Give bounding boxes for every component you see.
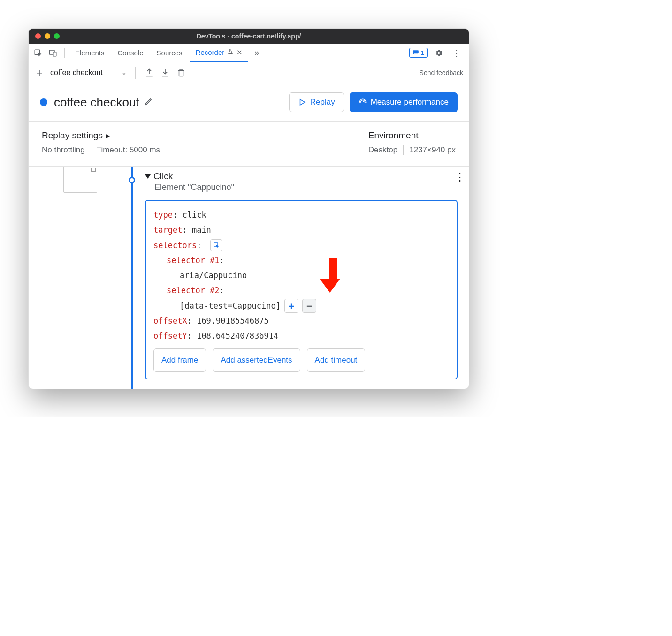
throttling-label: No throttling [42,145,85,155]
step-thumbnail[interactable] [63,167,97,193]
device-toggle-icon[interactable] [46,46,60,60]
step-title: Click [153,171,173,182]
minimize-window-button[interactable] [45,33,50,39]
gear-icon[interactable] [432,46,445,60]
replay-settings-title[interactable]: Replay settings ▶ [42,130,160,141]
maximize-window-button[interactable] [54,33,60,39]
measure-performance-button[interactable]: Measure performance [350,92,458,112]
separator [64,48,65,58]
add-frame-button[interactable]: Add frame [153,348,206,372]
thumbnail-column [29,167,122,389]
add-selector-button[interactable]: + [284,299,298,313]
add-asserted-events-button[interactable]: Add assertedEvents [213,348,300,372]
tab-recorder[interactable]: Recorder ✕ [190,44,249,62]
step-detail: ⋮ Click Element "Cappucino" type: click … [141,167,469,389]
edit-icon[interactable] [144,97,153,108]
environment-title: Environment [368,130,456,141]
inspect-icon[interactable] [31,46,45,60]
recorder-toolbar: ＋ coffee checkout ⌄ Send feedback [29,62,469,83]
step-more-icon[interactable]: ⋮ [455,171,465,183]
new-recording-icon[interactable]: ＋ [34,68,45,78]
selector-1-value[interactable]: aria/Cappucino [180,268,247,283]
replay-button[interactable]: Replay [289,92,344,112]
device-label: Desktop [368,145,397,155]
settings-section: Replay settings ▶ No throttling Timeout:… [29,122,469,167]
devtools-window: DevTools - coffee-cart.netlify.app/ Elem… [28,28,469,389]
tab-sources[interactable]: Sources [151,44,188,62]
chevron-down-icon: ⌄ [122,69,127,76]
remove-selector-button[interactable]: − [302,299,316,313]
close-window-button[interactable] [35,33,41,39]
thumbnail-preview-icon [91,168,96,172]
tab-elements[interactable]: Elements [69,44,110,62]
environment-settings: Environment Desktop 1237×940 px [368,130,456,155]
flask-icon [227,48,234,56]
recording-selector[interactable]: coffee checkout ⌄ [50,68,127,77]
caret-down-icon [145,174,151,179]
send-feedback-link[interactable]: Send feedback [420,69,463,76]
add-timeout-button[interactable]: Add timeout [307,348,366,372]
delete-icon[interactable] [176,68,186,78]
caret-right-icon: ▶ [106,132,110,139]
svg-marker-3 [300,99,305,105]
separator [135,67,136,79]
timeline-node-icon [129,177,135,183]
timeline [122,167,141,389]
selector-2-value[interactable]: [data-test=Cappucino] [180,298,281,313]
timeout-label: Timeout: 5000 ms [97,145,160,155]
toolbar-right: 1 ⋮ [409,46,466,60]
close-tab-icon[interactable]: ✕ [237,48,243,57]
recording-indicator-icon [40,98,47,106]
recording-title: coffee checkout [54,95,139,110]
panel-tabs: Elements Console Sources Recorder ✕ » 1 … [29,44,469,62]
more-vert-icon[interactable]: ⋮ [450,46,463,60]
titlebar: DevTools - coffee-cart.netlify.app/ [29,29,469,44]
window-controls [29,33,60,39]
steps-area: ⋮ Click Element "Cappucino" type: click … [29,167,469,389]
viewport-label: 1237×940 px [409,145,456,155]
replay-settings: Replay settings ▶ No throttling Timeout:… [42,130,160,155]
step-subtitle: Element "Cappucino" [154,182,458,192]
more-tabs-icon[interactable]: » [250,46,263,60]
annotation-arrow-icon [326,258,340,293]
export-icon[interactable] [144,68,154,78]
tab-console[interactable]: Console [112,44,149,62]
window-title: DevTools - coffee-cart.netlify.app/ [29,32,469,40]
issues-badge[interactable]: 1 [409,48,428,58]
svg-rect-2 [53,52,56,56]
element-picker-icon[interactable] [210,239,222,251]
step-detail-box: type: click target: main selectors: sele… [145,200,458,379]
import-icon[interactable] [160,68,170,78]
recording-header: coffee checkout Replay Measure performan… [29,83,469,122]
step-header[interactable]: Click [145,171,458,182]
